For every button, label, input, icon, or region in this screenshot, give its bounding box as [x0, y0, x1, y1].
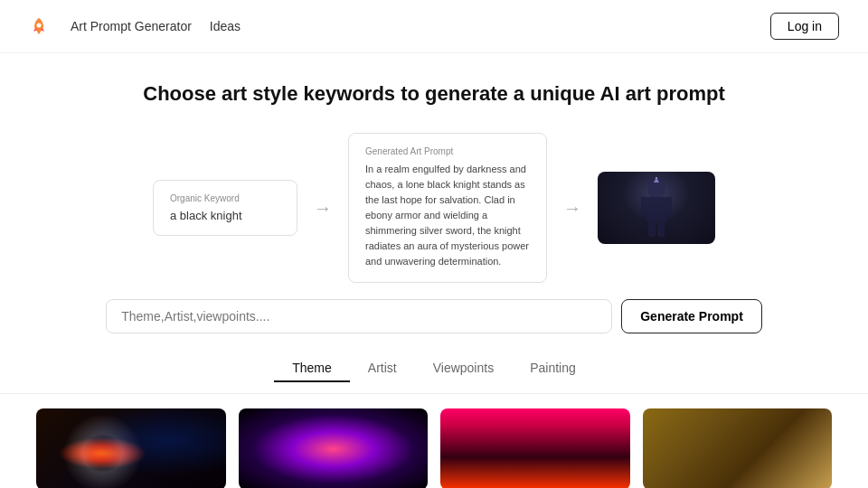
search-input[interactable]	[106, 299, 612, 333]
login-button[interactable]: Log in	[770, 13, 839, 40]
organic-value: a black knight	[170, 209, 280, 222]
navbar: Art Prompt Generator Ideas Log in	[0, 0, 868, 53]
svg-point-0	[37, 23, 42, 28]
rocket-icon	[29, 16, 49, 36]
svg-rect-3	[641, 197, 648, 217]
svg-rect-4	[665, 197, 672, 217]
galaxy-image	[36, 408, 226, 488]
hero-section: Choose art style keywords to generate a …	[0, 53, 868, 124]
theme-grid: galaxy nebula Cyberpunk Steampunk Nordic…	[36, 408, 832, 488]
nav-link-art-prompt[interactable]: Art Prompt Generator	[71, 19, 192, 33]
svg-rect-2	[646, 197, 666, 222]
arrow-1: →	[297, 198, 348, 219]
generated-text: In a realm engulfed by darkness and chao…	[365, 162, 530, 269]
knight-svg	[634, 177, 679, 239]
knight-image	[598, 172, 715, 244]
tab-painting[interactable]: Painting	[512, 355, 594, 382]
organic-keyword-box: Organic Keyword a black knight	[153, 180, 297, 236]
grid-item-galaxy[interactable]: galaxy	[36, 408, 226, 488]
cyberpunk-image	[440, 408, 630, 488]
generate-prompt-button[interactable]: Generate Prompt	[621, 299, 762, 333]
tabs-section: Theme Artist Viewpoints Painting	[0, 352, 868, 394]
nebula-image	[239, 408, 429, 488]
nav-link-ideas[interactable]: Ideas	[210, 19, 241, 33]
hero-title: Choose art style keywords to generate a …	[14, 82, 854, 106]
search-section: Generate Prompt	[0, 299, 868, 352]
generated-label: Generated Art Prompt	[365, 146, 530, 156]
svg-rect-5	[648, 222, 656, 237]
nav-links: Art Prompt Generator Ideas	[71, 19, 241, 33]
grid-item-cyberpunk[interactable]: Cyberpunk	[440, 408, 630, 488]
generated-art-prompt-box: Generated Art Prompt In a realm engulfed…	[348, 133, 547, 283]
steampunk-image	[643, 408, 833, 488]
grid-section: galaxy nebula Cyberpunk Steampunk Nordic…	[0, 394, 868, 488]
svg-rect-6	[657, 222, 665, 237]
nav-left: Art Prompt Generator Ideas	[29, 16, 241, 36]
arrow-2: →	[547, 198, 598, 219]
preview-section: Organic Keyword a black knight → Generat…	[0, 124, 868, 299]
tab-artist[interactable]: Artist	[350, 355, 415, 382]
grid-item-nebula[interactable]: nebula	[239, 408, 429, 488]
tab-viewpoints[interactable]: Viewpoints	[415, 355, 512, 382]
preview-image	[598, 172, 715, 244]
tab-theme[interactable]: Theme	[274, 355, 350, 382]
organic-label: Organic Keyword	[170, 193, 280, 203]
grid-item-steampunk[interactable]: Steampunk	[643, 408, 833, 488]
